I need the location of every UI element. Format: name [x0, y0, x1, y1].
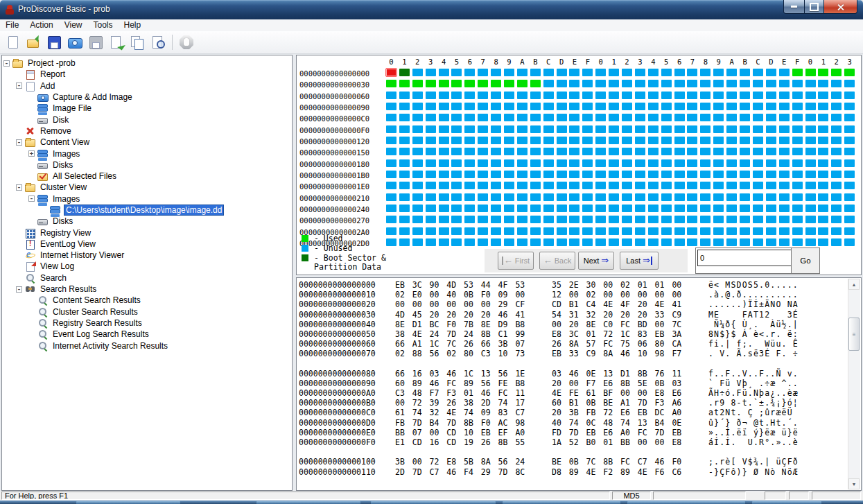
cluster-cell[interactable]: [753, 238, 763, 246]
copy-button[interactable]: [128, 33, 147, 52]
add-image-button[interactable]: [107, 33, 126, 52]
cluster-cell[interactable]: [478, 80, 488, 87]
cluster-cell[interactable]: [517, 193, 528, 201]
cluster-cell[interactable]: [844, 137, 855, 144]
cluster-cell[interactable]: [713, 137, 724, 144]
cluster-cell[interactable]: [595, 92, 606, 99]
cluster-cell[interactable]: [792, 103, 803, 110]
cluster-cell[interactable]: [543, 216, 554, 223]
tree-item-project-prob[interactable]: -Project -prob: [2, 58, 292, 69]
cluster-cell[interactable]: [517, 227, 528, 235]
cluster-cell[interactable]: [818, 182, 828, 189]
cluster-cell[interactable]: [426, 171, 436, 178]
cluster-cell[interactable]: [635, 125, 645, 133]
cluster-cell[interactable]: [818, 159, 828, 167]
tree-item-cluster-view[interactable]: -Cluster View: [2, 182, 292, 193]
cluster-cell[interactable]: [609, 69, 619, 76]
cluster-cell[interactable]: [700, 125, 711, 133]
cluster-cell[interactable]: [595, 227, 606, 235]
cluster-cell[interactable]: [569, 137, 579, 144]
cluster-cell[interactable]: [740, 125, 750, 133]
cluster-cell[interactable]: [478, 238, 488, 246]
cluster-cell[interactable]: [844, 159, 855, 167]
cluster-cell[interactable]: [726, 92, 737, 99]
cluster-cell[interactable]: [399, 216, 410, 223]
cluster-cell[interactable]: [491, 80, 501, 87]
cluster-cell[interactable]: [687, 80, 697, 87]
cluster-cell[interactable]: [726, 148, 737, 155]
cluster-cell[interactable]: [648, 125, 659, 133]
cluster-cell[interactable]: [726, 137, 737, 144]
cluster-cell[interactable]: [412, 137, 423, 144]
cluster-number-input[interactable]: [697, 250, 792, 266]
cluster-cell[interactable]: [779, 125, 790, 133]
cluster-cell[interactable]: [818, 205, 828, 212]
cluster-cell[interactable]: [399, 182, 410, 189]
cluster-cell[interactable]: [464, 238, 475, 246]
cluster-cell[interactable]: [491, 205, 501, 212]
cluster-cell[interactable]: [399, 137, 410, 144]
cluster-cell[interactable]: [412, 182, 423, 189]
cluster-cell[interactable]: [792, 227, 803, 235]
cluster-cell[interactable]: [622, 69, 632, 76]
cluster-cell[interactable]: [399, 171, 410, 178]
cluster-cell[interactable]: [426, 92, 436, 99]
cluster-cell[interactable]: [582, 148, 593, 155]
cluster-cell[interactable]: [674, 216, 685, 223]
cluster-cell[interactable]: [543, 114, 554, 121]
cluster-cell[interactable]: [687, 125, 697, 133]
hex-scrollbar[interactable]: ▲ ≡ ▼: [848, 279, 860, 489]
cluster-cell[interactable]: [779, 193, 790, 201]
cluster-cell[interactable]: [779, 171, 790, 178]
cluster-cell[interactable]: [609, 205, 619, 212]
new-project-button[interactable]: [3, 33, 22, 52]
cluster-cell[interactable]: [464, 114, 475, 121]
cluster-cell[interactable]: [753, 92, 763, 99]
cluster-cell[interactable]: [595, 80, 606, 87]
cluster-cell[interactable]: [674, 148, 685, 155]
cluster-cell[interactable]: [569, 182, 579, 189]
cluster-cell[interactable]: [687, 69, 697, 76]
tree-item-disk[interactable]: Disk: [2, 114, 292, 125]
cluster-cell[interactable]: [464, 80, 475, 87]
cluster-cell[interactable]: [609, 227, 619, 235]
tree-item-report[interactable]: Report: [2, 69, 292, 80]
cluster-cell[interactable]: [818, 137, 828, 144]
cluster-cell[interactable]: [726, 103, 737, 110]
cluster-cell[interactable]: [740, 148, 750, 155]
cluster-cell[interactable]: [792, 205, 803, 212]
scroll-up-icon[interactable]: ▲: [848, 279, 860, 290]
cluster-cell[interactable]: [426, 148, 436, 155]
cluster-cell[interactable]: [557, 137, 567, 144]
cluster-cell[interactable]: [426, 159, 436, 167]
cluster-cell[interactable]: [753, 148, 763, 155]
cluster-cell[interactable]: [726, 171, 737, 178]
cluster-cell[interactable]: [674, 227, 685, 235]
cluster-cell[interactable]: [792, 125, 803, 133]
cluster-cell[interactable]: [740, 114, 750, 121]
cluster-cell[interactable]: [792, 69, 803, 76]
cluster-cell[interactable]: [661, 92, 672, 99]
cluster-cell[interactable]: [661, 193, 672, 201]
cluster-cell[interactable]: [517, 159, 528, 167]
cluster-cell[interactable]: [530, 205, 541, 212]
cluster-cell[interactable]: [569, 238, 579, 246]
cluster-cell[interactable]: [595, 69, 606, 76]
go-button[interactable]: Go: [791, 248, 819, 273]
cluster-cell[interactable]: [530, 193, 541, 201]
cluster-cell[interactable]: [687, 227, 697, 235]
cluster-cell[interactable]: [491, 114, 501, 121]
cluster-cell[interactable]: [582, 80, 593, 87]
cluster-cell[interactable]: [792, 137, 803, 144]
cluster-cell[interactable]: [569, 125, 579, 133]
cluster-cell[interactable]: [609, 159, 619, 167]
cluster-cell[interactable]: [595, 103, 606, 110]
cluster-cell[interactable]: [713, 159, 724, 167]
cluster-cell[interactable]: [451, 182, 462, 189]
tree-item-internet-activity-search-results[interactable]: Internet Activity Search Results: [2, 340, 292, 351]
cluster-cell[interactable]: [557, 103, 567, 110]
cluster-cell[interactable]: [674, 69, 685, 76]
cluster-cell[interactable]: [582, 159, 593, 167]
cluster-cell[interactable]: [726, 193, 737, 201]
cluster-cell[interactable]: [779, 92, 790, 99]
